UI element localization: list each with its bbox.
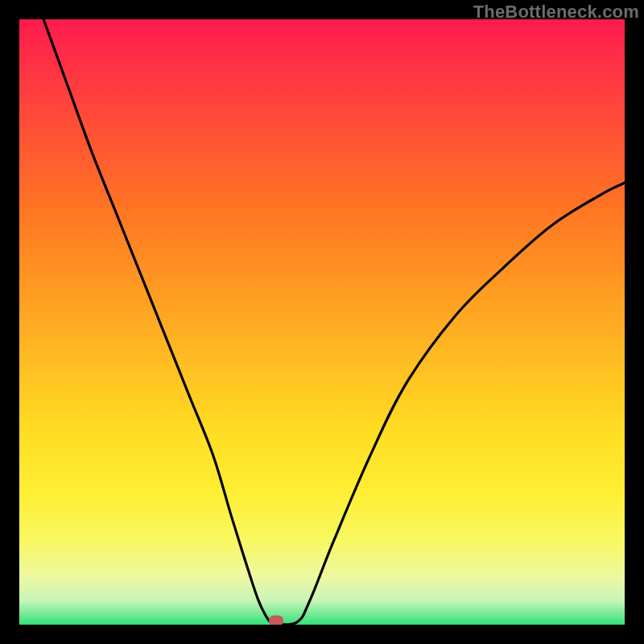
plot-area	[19, 19, 625, 625]
optimal-point-marker	[269, 616, 283, 625]
curve-svg	[19, 19, 625, 625]
chart-frame: TheBottleneck.com	[0, 0, 644, 644]
bottleneck-curve	[43, 19, 625, 625]
